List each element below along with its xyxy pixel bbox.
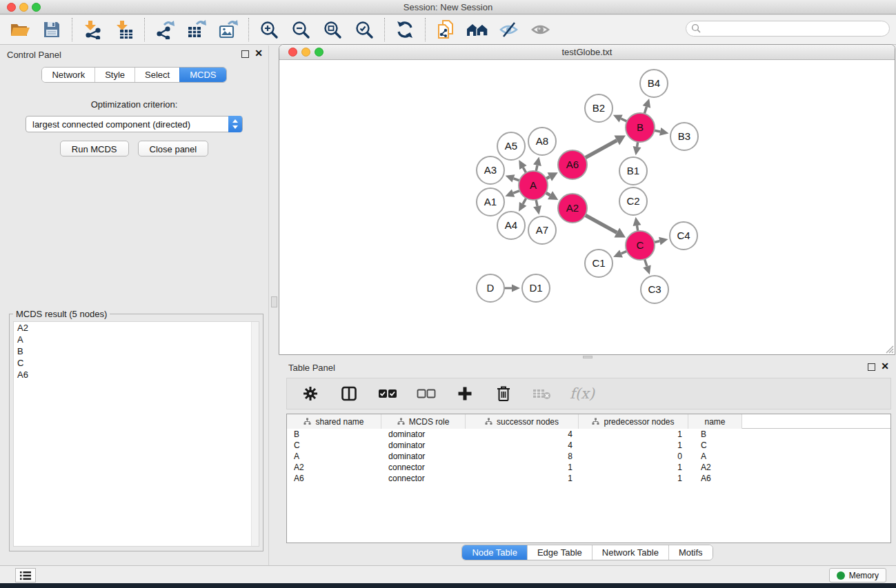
graph-edge[interactable]	[523, 198, 526, 204]
graph-edge[interactable]	[536, 165, 537, 172]
graph-edge[interactable]	[536, 200, 537, 207]
graph-edge[interactable]	[621, 119, 627, 121]
table-cell[interactable]: C	[287, 440, 381, 451]
result-scrollbar[interactable]	[251, 322, 259, 546]
delete-table-button[interactable]	[531, 383, 553, 405]
close-panel-icon-button[interactable]: ✕	[255, 48, 263, 58]
table-row[interactable]: A6connector11A6	[287, 473, 890, 484]
graph-edge[interactable]	[655, 130, 661, 132]
table-cell[interactable]: B	[688, 429, 742, 440]
table-cell[interactable]: 0	[579, 451, 688, 462]
graph-edge[interactable]	[654, 241, 659, 243]
tab-motifs[interactable]: Motifs	[668, 545, 713, 560]
table-cell[interactable]: 1	[579, 429, 688, 440]
table-cell[interactable]: 1	[579, 473, 688, 484]
mcds-result-list[interactable]: A2ABCA6	[13, 321, 259, 547]
graph-edge[interactable]	[621, 251, 627, 254]
hide-selected-button[interactable]	[498, 19, 520, 41]
table-cell[interactable]: 4	[466, 440, 579, 451]
tab-node-table[interactable]: Node Table	[462, 545, 527, 560]
graph-edge[interactable]	[513, 179, 519, 181]
table-row[interactable]: Bdominator41B	[287, 429, 890, 440]
table-cell[interactable]: A6	[287, 473, 381, 484]
tab-select[interactable]: Select	[135, 68, 179, 82]
optimization-criterion-select[interactable]: largest connected component (directed)	[26, 116, 243, 132]
node-table[interactable]: shared nameMCDS rolesuccessor nodesprede…	[286, 414, 891, 543]
export-network-button[interactable]	[154, 19, 176, 41]
refresh-button[interactable]	[394, 19, 416, 41]
table-cell[interactable]: C	[688, 440, 742, 451]
table-cell[interactable]: 8	[466, 451, 579, 462]
table-cell[interactable]: A6	[688, 473, 742, 484]
show-all-button[interactable]	[530, 19, 552, 41]
zoom-selected-button[interactable]	[353, 19, 375, 41]
column-header[interactable]: MCDS role	[381, 414, 466, 429]
zoom-fit-button[interactable]	[321, 19, 344, 41]
result-item[interactable]: C	[14, 357, 259, 369]
function-builder-button[interactable]: f(x)	[570, 383, 595, 405]
zoom-out-button[interactable]	[290, 19, 312, 41]
table-cell[interactable]: dominator	[381, 440, 466, 451]
table-cell[interactable]: A	[688, 451, 742, 462]
deselect-all-button[interactable]	[415, 383, 437, 405]
graph-edge[interactable]	[585, 141, 617, 158]
add-row-button[interactable]	[454, 383, 476, 405]
search-box[interactable]	[686, 21, 890, 37]
vertical-divider-handle[interactable]	[271, 296, 277, 307]
save-session-button[interactable]	[41, 19, 63, 41]
table-cell[interactable]: A	[287, 451, 381, 462]
result-item[interactable]: A2	[14, 322, 259, 334]
float-table-panel-button[interactable]	[868, 363, 875, 371]
network-graph[interactable]: AA1A2A3A4A5A6A7A8BB1B2B3B4CC1C2C3C4DD1	[279, 60, 895, 354]
memory-button[interactable]: Memory	[829, 568, 886, 582]
table-row[interactable]: A2connector11A2	[287, 462, 890, 473]
export-image-button[interactable]	[217, 19, 239, 41]
task-history-button[interactable]	[15, 568, 36, 582]
result-item[interactable]: A	[14, 334, 259, 345]
search-input[interactable]	[701, 24, 889, 34]
float-panel-button[interactable]	[241, 50, 249, 58]
result-item[interactable]: B	[14, 345, 259, 357]
table-cell[interactable]: A2	[688, 462, 742, 473]
graph-edge[interactable]	[637, 225, 637, 231]
import-network-button[interactable]	[81, 19, 103, 41]
resize-grip-icon[interactable]	[884, 344, 894, 354]
tab-style[interactable]: Style	[94, 68, 135, 82]
import-table-button[interactable]	[113, 19, 135, 41]
table-cell[interactable]: 1	[579, 440, 688, 451]
column-header[interactable]: name	[688, 414, 742, 429]
delete-row-button[interactable]	[492, 383, 515, 405]
table-cell[interactable]: A2	[287, 462, 381, 473]
table-row[interactable]: Cdominator41C	[287, 440, 890, 451]
table-cell[interactable]: 1	[579, 462, 688, 473]
export-table-button[interactable]	[186, 19, 208, 41]
tab-mcds[interactable]: MCDS	[179, 68, 226, 82]
first-neighbors-button[interactable]	[466, 19, 488, 41]
tab-edge-table[interactable]: Edge Table	[527, 545, 592, 560]
network-canvas[interactable]: AA1A2A3A4A5A6A7A8BB1B2B3B4CC1C2C3C4DD1	[279, 60, 895, 354]
open-session-button[interactable]	[9, 19, 31, 41]
select-all-button[interactable]	[377, 383, 399, 405]
zoom-in-button[interactable]	[258, 19, 280, 41]
table-cell[interactable]: B	[287, 429, 381, 440]
table-cell[interactable]: 1	[466, 473, 579, 484]
close-panel-button[interactable]: Close panel	[138, 141, 209, 156]
run-mcds-button[interactable]: Run MCDS	[60, 141, 129, 156]
column-header[interactable]: predecessor nodes	[579, 414, 688, 429]
table-cell[interactable]: 4	[466, 429, 579, 440]
graph-edge[interactable]	[637, 142, 638, 147]
close-table-panel-button[interactable]: ✕	[881, 361, 889, 371]
result-item[interactable]: A6	[14, 369, 259, 381]
table-cell[interactable]: connector	[381, 473, 466, 484]
graph-edge[interactable]	[644, 107, 646, 114]
graph-edge[interactable]	[523, 168, 526, 173]
table-settings-button[interactable]	[299, 383, 321, 405]
table-cell[interactable]: dominator	[381, 429, 466, 440]
graph-edge[interactable]	[585, 215, 617, 232]
column-header[interactable]: shared name	[287, 414, 381, 429]
graph-edge[interactable]	[546, 193, 550, 196]
table-cell[interactable]: 1	[466, 462, 579, 473]
graph-edge[interactable]	[513, 191, 519, 194]
show-columns-button[interactable]	[338, 383, 360, 405]
table-cell[interactable]: dominator	[381, 451, 466, 462]
